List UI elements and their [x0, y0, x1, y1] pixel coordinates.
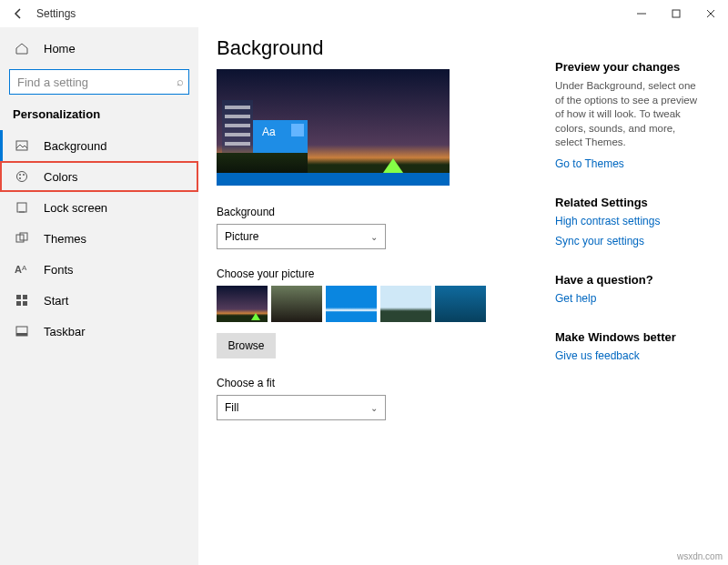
fit-dropdown[interactable]: Fill ⌄ — [217, 395, 386, 420]
dropdown-value: Fill — [225, 401, 238, 414]
question-title: Have a question? — [555, 273, 704, 287]
picture-thumbnail[interactable] — [271, 286, 322, 322]
preview-sample-text: Aa — [262, 126, 276, 138]
svg-rect-11 — [16, 301, 21, 306]
search-icon: ⌕ — [177, 75, 184, 88]
sidebar-item-label: Start — [44, 294, 68, 308]
svg-point-5 — [19, 177, 21, 179]
svg-point-2 — [17, 172, 27, 182]
svg-rect-0 — [672, 10, 680, 17]
go-to-themes-link[interactable]: Go to Themes — [555, 157, 704, 170]
close-button[interactable] — [693, 0, 728, 27]
sidebar-item-lockscreen[interactable]: Lock screen — [0, 192, 198, 223]
svg-rect-12 — [23, 301, 27, 306]
get-help-link[interactable]: Get help — [555, 292, 704, 305]
sidebar-item-themes[interactable]: Themes — [0, 223, 198, 254]
sidebar-item-background[interactable]: Background — [0, 130, 198, 161]
svg-rect-10 — [23, 295, 27, 299]
palette-icon — [15, 169, 33, 184]
background-dropdown[interactable]: Picture ⌄ — [217, 224, 386, 249]
svg-rect-9 — [16, 295, 21, 299]
svg-point-4 — [23, 174, 25, 176]
high-contrast-link[interactable]: High contrast settings — [555, 215, 704, 227]
picture-icon — [15, 138, 33, 153]
maximize-button[interactable] — [659, 0, 693, 27]
arrow-left-icon — [11, 6, 25, 21]
picture-thumbnail[interactable] — [380, 286, 431, 322]
page-title: Background — [217, 36, 710, 60]
window-title: Settings — [36, 7, 624, 20]
maximize-icon — [669, 6, 683, 21]
sidebar-item-colors[interactable]: Colors — [0, 161, 198, 192]
fonts-icon: AA — [15, 264, 33, 275]
sidebar-item-start[interactable]: Start — [0, 285, 198, 316]
sync-settings-link[interactable]: Sync your settings — [555, 235, 704, 247]
sidebar-item-label: Background — [44, 139, 106, 153]
sidebar-item-label: Lock screen — [44, 201, 107, 215]
picture-thumbnail[interactable] — [326, 286, 377, 322]
dropdown-value: Picture — [225, 230, 258, 243]
chevron-down-icon: ⌄ — [370, 403, 378, 413]
sidebar-item-label: Themes — [44, 232, 86, 246]
sidebar-item-label: Fonts — [44, 263, 74, 277]
browse-button[interactable]: Browse — [217, 333, 276, 358]
themes-icon — [15, 231, 33, 246]
home-icon — [15, 41, 33, 55]
sidebar-item-label: Taskbar — [44, 325, 86, 338]
sidebar-item-label: Colors — [44, 170, 78, 184]
minimize-icon — [634, 6, 649, 21]
svg-rect-6 — [17, 203, 26, 212]
preview-changes-body: Under Background, select one of the opti… — [555, 79, 704, 150]
start-icon — [15, 293, 33, 308]
watermark: wsxdn.com — [677, 551, 723, 561]
related-settings-title: Related Settings — [555, 196, 704, 209]
home-nav[interactable]: Home — [0, 33, 198, 64]
close-icon — [703, 6, 718, 21]
sidebar-item-taskbar[interactable]: Taskbar — [0, 316, 198, 347]
home-label: Home — [44, 42, 76, 55]
picture-thumbnail[interactable] — [435, 286, 486, 322]
back-button[interactable] — [7, 3, 29, 25]
svg-point-3 — [19, 174, 21, 176]
lockscreen-icon — [15, 200, 33, 215]
section-title: Personalization — [0, 104, 198, 130]
make-better-title: Make Windows better — [555, 330, 704, 344]
svg-rect-1 — [16, 141, 27, 150]
background-preview: Aa — [217, 69, 450, 186]
svg-rect-14 — [16, 333, 27, 336]
sidebar: Home ⌕ Personalization Background Colors… — [0, 27, 198, 565]
preview-changes-title: Preview your changes — [555, 60, 704, 74]
sidebar-item-fonts[interactable]: AA Fonts — [0, 254, 198, 285]
chevron-down-icon: ⌄ — [370, 232, 378, 242]
feedback-link[interactable]: Give us feedback — [555, 349, 704, 362]
picture-thumbnail[interactable] — [217, 286, 268, 322]
minimize-button[interactable] — [624, 0, 659, 27]
taskbar-icon — [15, 324, 33, 338]
search-input[interactable] — [9, 69, 189, 95]
right-column: Preview your changes Under Background, s… — [555, 60, 704, 388]
